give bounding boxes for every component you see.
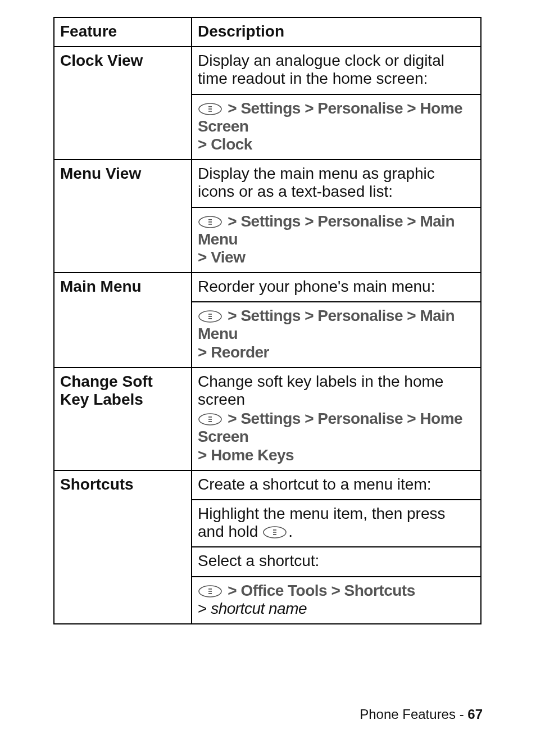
path-prefix: >	[224, 582, 240, 599]
menu-path: > Settings > Personalise > Main Menu > V…	[198, 212, 475, 267]
desc-text: Highlight the menu item, then press and …	[198, 505, 475, 541]
path-cont-italic: shortcut name	[211, 600, 307, 617]
feature-change-soft-key-labels: Change Soft Key Labels	[54, 368, 192, 470]
footer-page-number: 67	[467, 707, 483, 722]
desc-text: Reorder your phone's main menu:	[198, 278, 475, 296]
desc-text-part-a: Highlight the menu item, then press and …	[198, 505, 445, 540]
page-footer: Phone Features - 67	[360, 707, 483, 722]
desc-text: Create a shortcut to a menu item:	[198, 476, 475, 494]
path-cont: > Reorder	[198, 343, 269, 361]
menu-path: > Settings > Personalise > Main Menu > R…	[198, 307, 475, 361]
svg-rect-14	[208, 419, 212, 420]
desc-text: Display the main menu as graphic icons o…	[198, 165, 475, 201]
desc-shortcuts-path-cell: > Office Tools > Shortcuts > shortcut na…	[192, 577, 481, 624]
svg-rect-22	[208, 591, 212, 592]
path-cont: > Home Keys	[198, 446, 294, 464]
desc-shortcuts-select-cell: Select a shortcut:	[192, 547, 481, 576]
header-description: Description	[192, 17, 481, 47]
desc-text: Select a shortcut:	[198, 552, 475, 570]
feature-menu-view: Menu View	[54, 160, 192, 273]
svg-rect-7	[208, 224, 212, 225]
desc-shortcuts-intro-cell: Create a shortcut to a menu item:	[192, 470, 481, 500]
table-row: Shortcuts Create a shortcut to a menu it…	[54, 470, 481, 500]
table-row: Clock View Display an analogue clock or …	[54, 47, 481, 94]
menu-key-icon	[198, 215, 222, 229]
feature-shortcuts: Shortcuts	[54, 470, 192, 624]
table-row: Menu View Display the main menu as graph…	[54, 160, 481, 207]
svg-rect-5	[208, 219, 212, 220]
desc-text: Display an analogue clock or digital tim…	[198, 52, 475, 88]
desc-main-menu-intro-cell: Reorder your phone's main menu:	[192, 273, 481, 302]
feature-main-menu: Main Menu	[54, 273, 192, 368]
path-cont: > Clock	[198, 135, 252, 153]
menu-path: > Settings > Personalise > Home Screen >…	[198, 410, 475, 464]
svg-rect-21	[208, 588, 212, 590]
desc-main-menu-path-cell: > Settings > Personalise > Main Menu > R…	[192, 302, 481, 368]
table-header-row: Feature Description	[54, 17, 481, 47]
desc-text: Change soft key labels in the home scree…	[198, 373, 475, 409]
feature-clock-view: Clock View	[54, 47, 192, 160]
path-prefix: >	[224, 212, 240, 230]
path-prefix: >	[224, 99, 240, 117]
svg-rect-17	[273, 529, 276, 531]
feature-table: Feature Description Clock View Display a…	[53, 17, 482, 624]
path-prefix: >	[224, 410, 240, 427]
header-feature: Feature	[54, 17, 192, 47]
path-cont: > View	[198, 248, 245, 266]
menu-key-icon	[198, 413, 222, 426]
desc-menu-view-intro-cell: Display the main menu as graphic icons o…	[192, 160, 481, 207]
menu-key-icon	[198, 102, 222, 116]
svg-rect-3	[208, 111, 212, 112]
svg-rect-15	[208, 421, 212, 422]
desc-shortcuts-hold-cell: Highlight the menu item, then press and …	[192, 500, 481, 547]
path-main: Office Tools > Shortcuts	[240, 582, 415, 599]
svg-rect-13	[208, 417, 212, 418]
svg-rect-10	[208, 316, 212, 317]
menu-path: > Settings > Personalise > Home Screen >…	[198, 99, 475, 154]
desc-change-soft-key-cell: Change soft key labels in the home scree…	[192, 368, 481, 470]
svg-rect-23	[208, 593, 212, 594]
desc-menu-view-path-cell: > Settings > Personalise > Main Menu > V…	[192, 207, 481, 273]
svg-rect-6	[208, 221, 212, 223]
menu-key-icon	[198, 585, 222, 598]
desc-clock-view-path-cell: > Settings > Personalise > Home Screen >…	[192, 94, 481, 160]
menu-path: > Office Tools > Shortcuts > shortcut na…	[198, 582, 475, 618]
svg-rect-2	[208, 108, 212, 110]
path-cont-prefix: >	[198, 600, 211, 617]
svg-rect-1	[208, 106, 212, 107]
menu-key-icon	[262, 526, 287, 539]
footer-section: Phone Features -	[360, 707, 467, 722]
table-row: Main Menu Reorder your phone's main menu…	[54, 273, 481, 302]
svg-rect-11	[208, 318, 212, 319]
desc-clock-view-intro-cell: Display an analogue clock or digital tim…	[192, 47, 481, 94]
svg-rect-9	[208, 314, 212, 315]
svg-rect-18	[273, 532, 276, 533]
table-row: Change Soft Key Labels Change soft key l…	[54, 368, 481, 470]
svg-rect-19	[273, 534, 276, 535]
path-prefix: >	[224, 307, 240, 324]
menu-key-icon	[198, 310, 222, 323]
desc-text-part-b: .	[288, 523, 293, 540]
